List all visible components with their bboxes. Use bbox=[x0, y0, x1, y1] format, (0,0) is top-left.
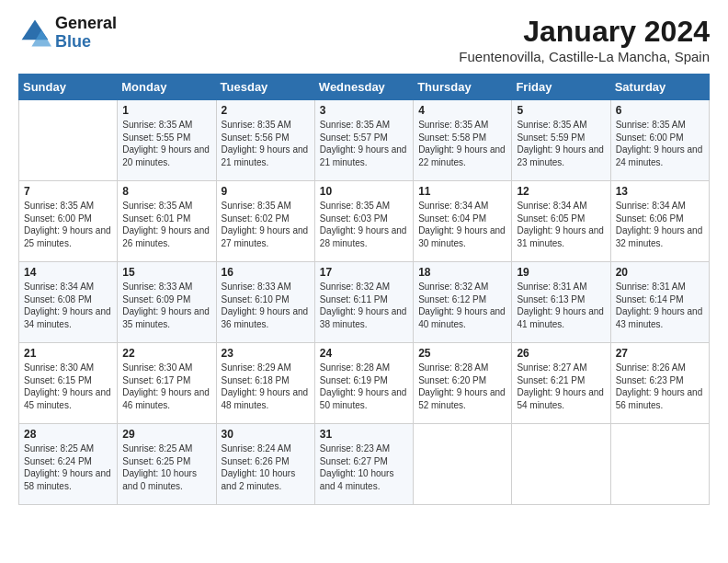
cell-info: Sunrise: 8:25 AMSunset: 6:24 PMDaylight:… bbox=[24, 442, 112, 492]
calendar-cell: 6Sunrise: 8:35 AMSunset: 6:00 PMDaylight… bbox=[610, 100, 709, 181]
calendar-cell: 19Sunrise: 8:31 AMSunset: 6:13 PMDayligh… bbox=[512, 262, 610, 343]
cell-info: Sunrise: 8:31 AMSunset: 6:13 PMDaylight:… bbox=[517, 281, 605, 330]
calendar-cell: 2Sunrise: 8:35 AMSunset: 5:56 PMDaylight… bbox=[216, 100, 314, 181]
calendar-cell bbox=[610, 424, 709, 505]
week-row-2: 7Sunrise: 8:35 AMSunset: 6:00 PMDaylight… bbox=[19, 181, 710, 262]
day-number: 3 bbox=[320, 104, 408, 117]
cell-info: Sunrise: 8:29 AMSunset: 6:18 PMDaylight:… bbox=[222, 362, 310, 411]
calendar-cell: 17Sunrise: 8:32 AMSunset: 6:11 PMDayligh… bbox=[314, 262, 413, 343]
cell-info: Sunrise: 8:35 AMSunset: 6:00 PMDaylight:… bbox=[616, 119, 704, 168]
calendar-cell: 7Sunrise: 8:35 AMSunset: 6:00 PMDaylight… bbox=[19, 181, 118, 262]
week-row-3: 14Sunrise: 8:34 AMSunset: 6:08 PMDayligh… bbox=[19, 262, 710, 343]
logo-text: General Blue bbox=[55, 15, 117, 52]
month-title: January 2024 bbox=[459, 15, 710, 49]
calendar-cell: 8Sunrise: 8:35 AMSunset: 6:01 PMDaylight… bbox=[118, 181, 216, 262]
cell-info: Sunrise: 8:32 AMSunset: 6:11 PMDaylight:… bbox=[320, 281, 408, 330]
cell-info: Sunrise: 8:34 AMSunset: 6:04 PMDaylight:… bbox=[418, 200, 506, 249]
calendar-cell: 22Sunrise: 8:30 AMSunset: 6:17 PMDayligh… bbox=[118, 343, 216, 424]
calendar-cell: 4Sunrise: 8:35 AMSunset: 5:58 PMDaylight… bbox=[414, 100, 512, 181]
day-number: 19 bbox=[517, 266, 605, 279]
cell-info: Sunrise: 8:30 AMSunset: 6:15 PMDaylight:… bbox=[24, 362, 112, 411]
cell-info: Sunrise: 8:35 AMSunset: 6:02 PMDaylight:… bbox=[222, 200, 310, 249]
day-number: 25 bbox=[418, 347, 506, 360]
calendar-body: 1Sunrise: 8:35 AMSunset: 5:55 PMDaylight… bbox=[19, 100, 710, 505]
cell-info: Sunrise: 8:32 AMSunset: 6:12 PMDaylight:… bbox=[418, 281, 506, 330]
calendar-cell: 1Sunrise: 8:35 AMSunset: 5:55 PMDaylight… bbox=[118, 100, 216, 181]
cell-info: Sunrise: 8:35 AMSunset: 5:56 PMDaylight:… bbox=[222, 119, 310, 168]
calendar-cell: 3Sunrise: 8:35 AMSunset: 5:57 PMDaylight… bbox=[314, 100, 413, 181]
calendar-cell: 13Sunrise: 8:34 AMSunset: 6:06 PMDayligh… bbox=[610, 181, 709, 262]
day-number: 13 bbox=[616, 185, 704, 198]
calendar-cell: 27Sunrise: 8:26 AMSunset: 6:23 PMDayligh… bbox=[610, 343, 709, 424]
day-number: 18 bbox=[418, 266, 506, 279]
day-number: 7 bbox=[24, 185, 112, 198]
cell-info: Sunrise: 8:28 AMSunset: 6:19 PMDaylight:… bbox=[320, 362, 408, 411]
day-number: 6 bbox=[616, 104, 704, 117]
day-number: 11 bbox=[418, 185, 506, 198]
header-day-sunday: Sunday bbox=[19, 75, 118, 100]
cell-info: Sunrise: 8:28 AMSunset: 6:20 PMDaylight:… bbox=[418, 362, 506, 411]
header-day-friday: Friday bbox=[512, 75, 610, 100]
calendar-table: SundayMondayTuesdayWednesdayThursdayFrid… bbox=[18, 74, 710, 505]
calendar-cell bbox=[19, 100, 118, 181]
calendar-cell: 24Sunrise: 8:28 AMSunset: 6:19 PMDayligh… bbox=[314, 343, 413, 424]
day-number: 27 bbox=[616, 347, 704, 360]
calendar-cell: 5Sunrise: 8:35 AMSunset: 5:59 PMDaylight… bbox=[512, 100, 610, 181]
cell-info: Sunrise: 8:23 AMSunset: 6:27 PMDaylight:… bbox=[320, 442, 408, 492]
calendar-cell: 14Sunrise: 8:34 AMSunset: 6:08 PMDayligh… bbox=[19, 262, 118, 343]
location: Fuentenovilla, Castille-La Mancha, Spain bbox=[459, 49, 710, 64]
calendar-cell bbox=[414, 424, 512, 505]
day-number: 10 bbox=[320, 185, 408, 198]
calendar-cell: 9Sunrise: 8:35 AMSunset: 6:02 PMDaylight… bbox=[216, 181, 314, 262]
calendar-header: SundayMondayTuesdayWednesdayThursdayFrid… bbox=[19, 75, 710, 100]
day-number: 12 bbox=[517, 185, 605, 198]
cell-info: Sunrise: 8:35 AMSunset: 6:00 PMDaylight:… bbox=[24, 200, 112, 249]
week-row-1: 1Sunrise: 8:35 AMSunset: 5:55 PMDaylight… bbox=[19, 100, 710, 181]
cell-info: Sunrise: 8:30 AMSunset: 6:17 PMDaylight:… bbox=[122, 362, 210, 411]
week-row-5: 28Sunrise: 8:25 AMSunset: 6:24 PMDayligh… bbox=[19, 424, 710, 505]
cell-info: Sunrise: 8:35 AMSunset: 5:55 PMDaylight:… bbox=[122, 119, 210, 168]
logo-icon bbox=[18, 17, 51, 50]
calendar-cell: 25Sunrise: 8:28 AMSunset: 6:20 PMDayligh… bbox=[414, 343, 512, 424]
header-day-monday: Monday bbox=[118, 75, 216, 100]
day-number: 21 bbox=[24, 347, 112, 360]
calendar-cell: 18Sunrise: 8:32 AMSunset: 6:12 PMDayligh… bbox=[414, 262, 512, 343]
day-number: 17 bbox=[320, 266, 408, 279]
day-number: 14 bbox=[24, 266, 112, 279]
day-number: 4 bbox=[418, 104, 506, 117]
day-number: 26 bbox=[517, 347, 605, 360]
header-day-wednesday: Wednesday bbox=[314, 75, 413, 100]
day-number: 20 bbox=[616, 266, 704, 279]
page-header: General Blue January 2024 Fuentenovilla,… bbox=[18, 15, 710, 64]
day-number: 2 bbox=[222, 104, 310, 117]
calendar-cell: 10Sunrise: 8:35 AMSunset: 6:03 PMDayligh… bbox=[314, 181, 413, 262]
day-number: 24 bbox=[320, 347, 408, 360]
cell-info: Sunrise: 8:31 AMSunset: 6:14 PMDaylight:… bbox=[616, 281, 704, 330]
day-number: 23 bbox=[222, 347, 310, 360]
calendar-cell: 23Sunrise: 8:29 AMSunset: 6:18 PMDayligh… bbox=[216, 343, 314, 424]
day-number: 28 bbox=[24, 428, 112, 441]
day-number: 29 bbox=[122, 428, 210, 441]
header-row: SundayMondayTuesdayWednesdayThursdayFrid… bbox=[19, 75, 710, 100]
header-day-tuesday: Tuesday bbox=[216, 75, 314, 100]
cell-info: Sunrise: 8:27 AMSunset: 6:21 PMDaylight:… bbox=[517, 362, 605, 411]
cell-info: Sunrise: 8:35 AMSunset: 6:01 PMDaylight:… bbox=[122, 200, 210, 249]
header-day-thursday: Thursday bbox=[414, 75, 512, 100]
calendar-cell: 12Sunrise: 8:34 AMSunset: 6:05 PMDayligh… bbox=[512, 181, 610, 262]
cell-info: Sunrise: 8:35 AMSunset: 5:58 PMDaylight:… bbox=[418, 119, 506, 168]
calendar-cell: 15Sunrise: 8:33 AMSunset: 6:09 PMDayligh… bbox=[118, 262, 216, 343]
cell-info: Sunrise: 8:35 AMSunset: 6:03 PMDaylight:… bbox=[320, 200, 408, 249]
cell-info: Sunrise: 8:35 AMSunset: 5:59 PMDaylight:… bbox=[517, 119, 605, 168]
calendar-cell: 20Sunrise: 8:31 AMSunset: 6:14 PMDayligh… bbox=[610, 262, 709, 343]
cell-info: Sunrise: 8:34 AMSunset: 6:08 PMDaylight:… bbox=[24, 281, 112, 330]
cell-info: Sunrise: 8:26 AMSunset: 6:23 PMDaylight:… bbox=[616, 362, 704, 411]
cell-info: Sunrise: 8:24 AMSunset: 6:26 PMDaylight:… bbox=[222, 442, 310, 492]
calendar-cell bbox=[512, 424, 610, 505]
cell-info: Sunrise: 8:33 AMSunset: 6:09 PMDaylight:… bbox=[122, 281, 210, 330]
cell-info: Sunrise: 8:25 AMSunset: 6:25 PMDaylight:… bbox=[122, 442, 210, 492]
cell-info: Sunrise: 8:33 AMSunset: 6:10 PMDaylight:… bbox=[222, 281, 310, 330]
cell-info: Sunrise: 8:34 AMSunset: 6:05 PMDaylight:… bbox=[517, 200, 605, 249]
cell-info: Sunrise: 8:35 AMSunset: 5:57 PMDaylight:… bbox=[320, 119, 408, 168]
cell-info: Sunrise: 8:34 AMSunset: 6:06 PMDaylight:… bbox=[616, 200, 704, 249]
day-number: 22 bbox=[122, 347, 210, 360]
